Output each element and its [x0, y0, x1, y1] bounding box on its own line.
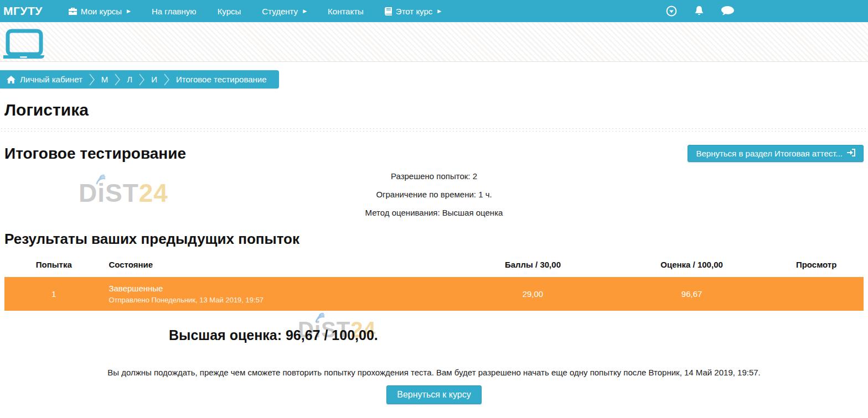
nav-item-label: Студенту: [262, 7, 298, 16]
col-header-state: Состояние: [103, 252, 451, 277]
bell-icon[interactable]: [694, 6, 705, 17]
breadcrumb-link-i[interactable]: И: [151, 75, 157, 84]
nav-item-my-courses[interactable]: Мои курсы ▶: [58, 0, 141, 22]
nav-item-student[interactable]: Студенту ▶: [251, 0, 317, 22]
table-header-row: Попытка Состояние Баллы / 30,00 Оценка /…: [4, 252, 864, 277]
nav-item-label: Курсы: [218, 7, 241, 16]
chat-bubble-icon[interactable]: [721, 6, 734, 17]
course-title: Логистика: [4, 101, 864, 119]
nav-item-label: Контакты: [328, 7, 364, 16]
sign-in-arrow-icon: [847, 149, 855, 158]
back-to-course-button[interactable]: Вернуться к курсу: [386, 385, 481, 404]
chevron-separator-icon: [164, 74, 169, 86]
chevron-separator-icon: [89, 74, 95, 86]
nav-item-label: Этот курс: [396, 7, 432, 16]
nav-items: Мои курсы ▶ На главную Курсы Студенту ▶ …: [58, 0, 452, 22]
results-heading: Результаты ваших предыдущих попыток: [4, 231, 864, 248]
col-header-marks: Баллы / 30,00: [451, 252, 614, 277]
breadcrumb-home-link[interactable]: Личный кабинет: [20, 75, 82, 84]
final-grade-block: DiST24 Высшая оценка: 96,67 / 100,00.: [0, 327, 547, 343]
main-content: Логистика Итоговое тестирование Вернутьс…: [0, 101, 868, 404]
circle-arrow-down-icon[interactable]: [666, 6, 677, 17]
breadcrumb-row: Личный кабинет М Л И Итоговое тестирован…: [0, 70, 868, 88]
col-header-attempt: Попытка: [4, 252, 103, 277]
nav-item-courses[interactable]: Курсы: [207, 0, 252, 22]
attempts-table: Попытка Состояние Баллы / 30,00 Оценка /…: [4, 252, 864, 311]
breadcrumb-link-l[interactable]: Л: [127, 75, 132, 84]
table-row: 1 Завершенные Отправлено Понедельник, 13…: [4, 277, 864, 311]
state-submitted-date: Отправлено Понедельник, 13 Май 2019, 19:…: [108, 296, 446, 304]
nav-item-contacts[interactable]: Контакты: [317, 0, 374, 22]
nav-item-label: На главную: [152, 7, 197, 16]
breadcrumb-link-m[interactable]: М: [101, 75, 108, 84]
col-header-review: Просмотр: [769, 252, 864, 277]
back-to-course-label: Вернуться к курсу: [397, 390, 471, 400]
home-icon: [7, 76, 16, 83]
back-to-section-label: Вернуться в раздел Итоговая аттест...: [696, 149, 843, 158]
brand-logo[interactable]: МГУТУ: [0, 4, 48, 18]
chevron-right-icon: ▶: [303, 8, 307, 14]
header-banner: [0, 22, 868, 62]
nav-item-label: Мои курсы: [81, 7, 122, 16]
book-icon: [385, 7, 392, 15]
briefcase-icon: [69, 8, 77, 15]
nav-item-home[interactable]: На главную: [141, 0, 207, 22]
cell-review: [769, 277, 864, 311]
breadcrumb-current-page: Итоговое тестирование: [176, 75, 267, 84]
dotted-divider: [0, 126, 868, 134]
watermark-number: 24: [139, 179, 168, 207]
wait-message: Вы должны подождать, прежде чем сможете …: [0, 368, 868, 377]
nav-right-icons: [666, 6, 734, 17]
cell-attempt-number: 1: [4, 277, 103, 311]
breadcrumb: Личный кабинет М Л И Итоговое тестирован…: [0, 70, 279, 88]
quiz-info-grading-method: Метод оценивания: Высшая оценка: [0, 208, 868, 217]
chevron-right-icon: ▶: [127, 8, 131, 14]
back-to-course-row: Вернуться к курсу: [0, 385, 868, 404]
cell-grade: 96,67: [614, 277, 769, 311]
cell-marks: 29,00: [451, 277, 614, 311]
quiz-info-block: DiST24 Разрешено попыток: 2 Ограничение …: [0, 171, 868, 217]
quiz-title: Итоговое тестирование: [4, 145, 186, 163]
chevron-right-icon: ▶: [437, 8, 441, 14]
nav-item-this-course[interactable]: Этот курс ▶: [374, 0, 452, 22]
quiz-header-row: Итоговое тестирование Вернуться в раздел…: [4, 145, 864, 163]
top-navbar: МГУТУ Мои курсы ▶ На главную Курсы Студе…: [0, 0, 868, 22]
dist24-watermark: DiST24: [79, 180, 168, 206]
final-grade-text: Высшая оценка: 96,67 / 100,00.: [169, 327, 378, 343]
state-label: Завершенные: [108, 284, 446, 293]
chevron-separator-icon: [139, 74, 144, 86]
back-to-section-button[interactable]: Вернуться в раздел Итоговая аттест...: [688, 145, 864, 162]
cell-state: Завершенные Отправлено Понедельник, 13 М…: [103, 277, 451, 311]
chevron-separator-icon: [115, 74, 120, 86]
laptop-icon[interactable]: [2, 29, 46, 61]
col-header-grade: Оценка / 100,00: [614, 252, 769, 277]
